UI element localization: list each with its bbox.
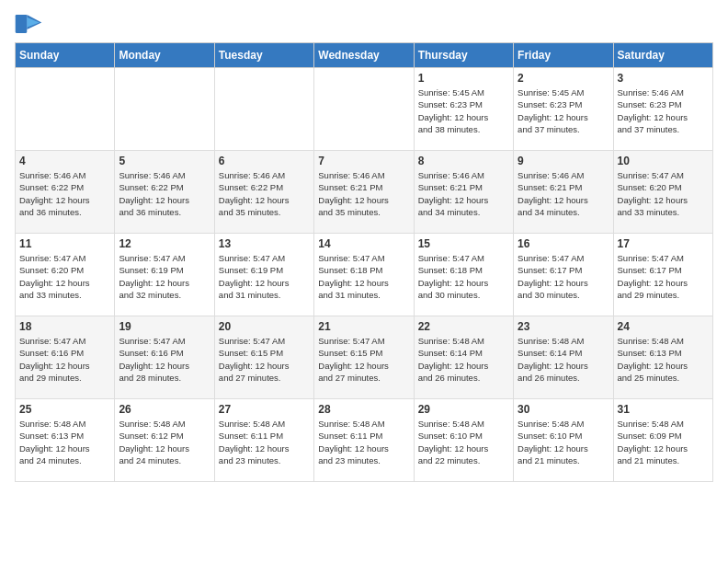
- day-info: Sunrise: 5:48 AM Sunset: 6:11 PM Dayligh…: [318, 418, 409, 466]
- day-info: Sunrise: 5:47 AM Sunset: 6:20 PM Dayligh…: [19, 252, 110, 301]
- day-number: 6: [219, 155, 310, 167]
- day-number: 19: [119, 320, 210, 333]
- day-number: 24: [618, 320, 709, 333]
- calendar-cell: 23Sunrise: 5:48 AM Sunset: 6:14 PM Dayli…: [514, 316, 613, 399]
- day-number: 21: [318, 320, 409, 333]
- calendar-cell: 13Sunrise: 5:47 AM Sunset: 6:19 PM Dayli…: [214, 234, 313, 316]
- day-number: 4: [19, 155, 110, 167]
- calendar-cell: 31Sunrise: 5:48 AM Sunset: 6:09 PM Dayli…: [613, 399, 712, 482]
- calendar-cell: [214, 68, 313, 151]
- day-info: Sunrise: 5:47 AM Sunset: 6:16 PM Dayligh…: [119, 335, 210, 384]
- weekday-header-friday: Friday: [514, 43, 613, 68]
- day-info: Sunrise: 5:47 AM Sunset: 6:16 PM Dayligh…: [19, 335, 110, 384]
- week-row-2: 11Sunrise: 5:47 AM Sunset: 6:20 PM Dayli…: [16, 234, 713, 316]
- day-number: 10: [618, 155, 709, 167]
- weekday-header-thursday: Thursday: [414, 43, 513, 68]
- day-info: Sunrise: 5:46 AM Sunset: 6:22 PM Dayligh…: [119, 169, 210, 218]
- day-info: Sunrise: 5:47 AM Sunset: 6:18 PM Dayligh…: [418, 252, 509, 301]
- day-info: Sunrise: 5:45 AM Sunset: 6:23 PM Dayligh…: [518, 86, 609, 135]
- calendar-cell: 16Sunrise: 5:47 AM Sunset: 6:17 PM Dayli…: [514, 234, 613, 316]
- day-number: 31: [618, 403, 709, 416]
- day-number: 17: [618, 237, 709, 250]
- day-info: Sunrise: 5:48 AM Sunset: 6:10 PM Dayligh…: [518, 418, 609, 466]
- week-row-1: 4Sunrise: 5:46 AM Sunset: 6:22 PM Daylig…: [16, 151, 713, 234]
- day-info: Sunrise: 5:47 AM Sunset: 6:17 PM Dayligh…: [518, 252, 609, 301]
- day-number: 18: [19, 320, 110, 333]
- day-number: 28: [318, 403, 409, 416]
- day-info: Sunrise: 5:48 AM Sunset: 6:14 PM Dayligh…: [518, 335, 609, 384]
- day-info: Sunrise: 5:48 AM Sunset: 6:14 PM Dayligh…: [418, 335, 509, 384]
- calendar-cell: 25Sunrise: 5:48 AM Sunset: 6:13 PM Dayli…: [16, 399, 115, 482]
- weekday-header-row: SundayMondayTuesdayWednesdayThursdayFrid…: [16, 43, 713, 68]
- calendar-cell: 28Sunrise: 5:48 AM Sunset: 6:11 PM Dayli…: [314, 399, 414, 482]
- day-info: Sunrise: 5:46 AM Sunset: 6:21 PM Dayligh…: [318, 169, 409, 218]
- day-number: 7: [318, 155, 409, 167]
- day-number: 1: [418, 72, 509, 85]
- calendar-cell: 18Sunrise: 5:47 AM Sunset: 6:16 PM Dayli…: [16, 316, 115, 399]
- day-info: Sunrise: 5:48 AM Sunset: 6:10 PM Dayligh…: [418, 418, 509, 466]
- day-info: Sunrise: 5:47 AM Sunset: 6:20 PM Dayligh…: [618, 169, 709, 218]
- day-info: Sunrise: 5:46 AM Sunset: 6:23 PM Dayligh…: [618, 86, 709, 135]
- day-info: Sunrise: 5:48 AM Sunset: 6:12 PM Dayligh…: [119, 418, 210, 466]
- calendar-cell: 22Sunrise: 5:48 AM Sunset: 6:14 PM Dayli…: [414, 316, 513, 399]
- day-number: 11: [19, 237, 110, 250]
- day-info: Sunrise: 5:47 AM Sunset: 6:18 PM Dayligh…: [318, 252, 409, 301]
- day-info: Sunrise: 5:46 AM Sunset: 6:22 PM Dayligh…: [19, 169, 110, 218]
- day-number: 30: [518, 403, 609, 416]
- calendar-cell: 4Sunrise: 5:46 AM Sunset: 6:22 PM Daylig…: [16, 151, 115, 234]
- day-number: 27: [219, 403, 310, 416]
- calendar-cell: 10Sunrise: 5:47 AM Sunset: 6:20 PM Dayli…: [613, 151, 712, 234]
- calendar-cell: 5Sunrise: 5:46 AM Sunset: 6:22 PM Daylig…: [115, 151, 214, 234]
- day-info: Sunrise: 5:46 AM Sunset: 6:21 PM Dayligh…: [518, 169, 609, 218]
- day-info: Sunrise: 5:47 AM Sunset: 6:19 PM Dayligh…: [219, 252, 310, 301]
- day-number: 26: [119, 403, 210, 416]
- day-info: Sunrise: 5:47 AM Sunset: 6:15 PM Dayligh…: [318, 335, 409, 384]
- day-number: 5: [119, 155, 210, 167]
- day-info: Sunrise: 5:46 AM Sunset: 6:21 PM Dayligh…: [418, 169, 509, 218]
- calendar-cell: [314, 68, 414, 151]
- day-number: 13: [219, 237, 310, 250]
- day-number: 14: [318, 237, 409, 250]
- day-info: Sunrise: 5:46 AM Sunset: 6:22 PM Dayligh…: [219, 169, 310, 218]
- weekday-header-monday: Monday: [115, 43, 214, 68]
- day-info: Sunrise: 5:48 AM Sunset: 6:13 PM Dayligh…: [19, 418, 110, 466]
- calendar-cell: 15Sunrise: 5:47 AM Sunset: 6:18 PM Dayli…: [414, 234, 513, 316]
- calendar-cell: 12Sunrise: 5:47 AM Sunset: 6:19 PM Dayli…: [115, 234, 214, 316]
- day-number: 29: [418, 403, 509, 416]
- day-info: Sunrise: 5:48 AM Sunset: 6:13 PM Dayligh…: [618, 335, 709, 384]
- day-number: 22: [418, 320, 509, 333]
- calendar-cell: 21Sunrise: 5:47 AM Sunset: 6:15 PM Dayli…: [314, 316, 414, 399]
- day-info: Sunrise: 5:48 AM Sunset: 6:11 PM Dayligh…: [219, 418, 310, 466]
- day-number: 15: [418, 237, 509, 250]
- calendar-cell: 14Sunrise: 5:47 AM Sunset: 6:18 PM Dayli…: [314, 234, 414, 316]
- week-row-4: 25Sunrise: 5:48 AM Sunset: 6:13 PM Dayli…: [16, 399, 713, 482]
- day-info: Sunrise: 5:45 AM Sunset: 6:23 PM Dayligh…: [418, 86, 509, 135]
- svg-rect-0: [16, 15, 28, 33]
- weekday-header-sunday: Sunday: [16, 43, 115, 68]
- day-info: Sunrise: 5:47 AM Sunset: 6:17 PM Dayligh…: [618, 252, 709, 301]
- day-info: Sunrise: 5:48 AM Sunset: 6:09 PM Dayligh…: [618, 418, 709, 466]
- calendar-cell: 3Sunrise: 5:46 AM Sunset: 6:23 PM Daylig…: [613, 68, 712, 151]
- day-number: 9: [518, 155, 609, 167]
- day-info: Sunrise: 5:47 AM Sunset: 6:19 PM Dayligh…: [119, 252, 210, 301]
- calendar-cell: 1Sunrise: 5:45 AM Sunset: 6:23 PM Daylig…: [414, 68, 513, 151]
- calendar-cell: 6Sunrise: 5:46 AM Sunset: 6:22 PM Daylig…: [214, 151, 313, 234]
- calendar-cell: [115, 68, 214, 151]
- calendar-cell: 2Sunrise: 5:45 AM Sunset: 6:23 PM Daylig…: [514, 68, 613, 151]
- day-number: 20: [219, 320, 310, 333]
- weekday-header-tuesday: Tuesday: [214, 43, 313, 68]
- day-number: 23: [518, 320, 609, 333]
- calendar-cell: 30Sunrise: 5:48 AM Sunset: 6:10 PM Dayli…: [514, 399, 613, 482]
- calendar-cell: 8Sunrise: 5:46 AM Sunset: 6:21 PM Daylig…: [414, 151, 513, 234]
- calendar-table: SundayMondayTuesdayWednesdayThursdayFrid…: [15, 42, 713, 482]
- logo-icon: [15, 15, 42, 33]
- week-row-3: 18Sunrise: 5:47 AM Sunset: 6:16 PM Dayli…: [16, 316, 713, 399]
- calendar-cell: 9Sunrise: 5:46 AM Sunset: 6:21 PM Daylig…: [514, 151, 613, 234]
- calendar-cell: 29Sunrise: 5:48 AM Sunset: 6:10 PM Dayli…: [414, 399, 513, 482]
- calendar-cell: 7Sunrise: 5:46 AM Sunset: 6:21 PM Daylig…: [314, 151, 414, 234]
- calendar-cell: 24Sunrise: 5:48 AM Sunset: 6:13 PM Dayli…: [613, 316, 712, 399]
- logo: [15, 15, 42, 35]
- calendar-cell: 17Sunrise: 5:47 AM Sunset: 6:17 PM Dayli…: [613, 234, 712, 316]
- day-number: 8: [418, 155, 509, 167]
- calendar-cell: 19Sunrise: 5:47 AM Sunset: 6:16 PM Dayli…: [115, 316, 214, 399]
